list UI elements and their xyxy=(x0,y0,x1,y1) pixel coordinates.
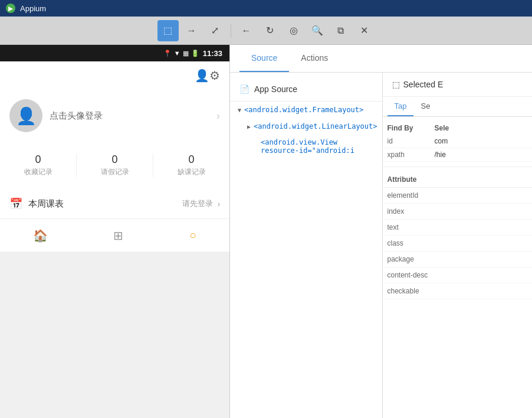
toolbar: ⬚ → ⤢ ← ↻ ◎ 🔍 ⧉ ✕ xyxy=(0,17,532,45)
attr-checkable-name: checkable xyxy=(387,287,446,295)
schedule-left: 📅 本周课表 xyxy=(9,197,64,210)
title-bar: ▶ Appium xyxy=(0,0,532,17)
right-section: Source Actions 📄 App Source ▼ <android.w… xyxy=(230,45,532,418)
attributes-section: Attribute elementId index text class xyxy=(383,167,532,304)
tree-item-view[interactable]: <android.view.View resource-id="android:… xyxy=(249,135,382,158)
attr-class: class xyxy=(383,236,532,252)
find-by-id-label: id xyxy=(387,137,435,145)
tab-actions[interactable]: Actions xyxy=(289,45,340,72)
attr-package: package xyxy=(383,252,532,267)
avatar[interactable]: 👤 xyxy=(9,99,42,132)
nav-profile[interactable]: ○ xyxy=(189,228,196,242)
profile-header-right: 👤⚙ xyxy=(195,68,220,83)
grid-icon: ⊞ xyxy=(113,228,123,243)
sele-col-header: Sele xyxy=(435,124,532,132)
favorites-count: 0 xyxy=(0,154,76,166)
select-mode-button[interactable]: ⬚ xyxy=(157,20,179,41)
absent-count: 0 xyxy=(153,154,229,166)
source-header-icon: 📄 xyxy=(239,84,249,94)
schedule-login-prompt: 请先登录 xyxy=(182,198,213,209)
status-icons: 📍 ▼ ▦ 🔋 xyxy=(163,50,199,57)
tree-toggle-view xyxy=(254,142,261,151)
leave-count: 0 xyxy=(77,154,153,166)
signal-icon: ▦ xyxy=(183,50,189,57)
wifi-icon: ▼ xyxy=(174,50,180,57)
find-by-header: Find By Sele xyxy=(383,122,532,135)
selected-header-title: Selected E xyxy=(403,80,444,89)
attr-index-name: index xyxy=(387,207,446,215)
schedule-arrow-icon: › xyxy=(218,200,220,208)
location-icon: 📍 xyxy=(163,50,172,57)
avatar-icon: 👤 xyxy=(16,106,37,126)
refresh-button[interactable]: ↻ xyxy=(260,20,281,41)
attr-checkable: checkable xyxy=(383,283,532,299)
resize-mode-button[interactable]: ⤢ xyxy=(205,20,226,41)
nav-home[interactable]: 🏠 xyxy=(33,228,48,243)
find-by-xpath-label: xpath xyxy=(387,151,435,159)
swipe-mode-button[interactable]: → xyxy=(181,20,202,41)
close-button[interactable]: ✕ xyxy=(354,20,375,41)
leave-label: 请假记录 xyxy=(77,167,153,177)
phone-screen: 📍 ▼ ▦ 🔋 11:33 👤⚙ 👤 点击头像登录 xyxy=(0,45,229,218)
attr-package-name: package xyxy=(387,255,446,263)
attr-class-name: class xyxy=(387,239,446,247)
tree-toggle-frame[interactable]: ▼ xyxy=(235,105,244,115)
attr-element-id: elementId xyxy=(383,188,532,204)
action-tab-tap[interactable]: Tap xyxy=(387,97,414,116)
absent-label: 缺课记录 xyxy=(153,167,229,177)
tree-item-linear-layout[interactable]: ▶ <android.widget.LinearLayout> xyxy=(239,118,382,135)
source-header: 📄 App Source xyxy=(230,80,382,102)
favorites-label: 收藏记录 xyxy=(0,167,76,177)
attr-header: Attribute xyxy=(383,172,532,188)
inspect-button[interactable]: ◎ xyxy=(283,20,304,41)
search-button[interactable]: 🔍 xyxy=(307,20,328,41)
selected-header-icon: ⬚ xyxy=(392,80,400,89)
app-title: Appium xyxy=(20,4,46,13)
stat-leave[interactable]: 0 请假记录 xyxy=(77,154,153,177)
attr-index: index xyxy=(383,204,532,220)
source-header-title: App Source xyxy=(254,84,297,94)
settings-icon[interactable]: 👤⚙ xyxy=(195,68,220,83)
back-button[interactable]: ← xyxy=(236,20,257,41)
stat-absent[interactable]: 0 缺课记录 xyxy=(153,154,229,177)
find-by-col-header: Find By xyxy=(387,124,435,132)
bottom-nav: 🏠 ⊞ ○ xyxy=(0,218,229,252)
schedule-right: 请先登录 › xyxy=(182,198,220,209)
main-layout: 📍 ▼ ▦ 🔋 11:33 👤⚙ 👤 点击头像登录 xyxy=(0,45,532,418)
status-time: 11:33 xyxy=(203,49,222,58)
linear-layout-text: <android.widget.LinearLayout> xyxy=(254,122,377,130)
schedule-row[interactable]: 📅 本周课表 请先登录 › xyxy=(0,189,229,218)
find-by-id-value: com xyxy=(435,137,532,145)
login-text: 点击头像登录 xyxy=(50,110,209,122)
separator-1 xyxy=(231,24,231,38)
frame-layout-text: <android.widget.FrameLayout> xyxy=(244,106,363,114)
attr-text: text xyxy=(383,220,532,236)
status-bar: 📍 ▼ ▦ 🔋 11:33 xyxy=(0,45,229,61)
attr-content-desc: content-desc xyxy=(383,267,532,283)
attr-content-desc-name: content-desc xyxy=(387,271,446,279)
tab-source[interactable]: Source xyxy=(239,45,289,72)
find-by-id-row[interactable]: id com xyxy=(383,135,532,148)
profile-header: 👤⚙ xyxy=(0,61,229,90)
stat-favorites[interactable]: 0 收藏记录 xyxy=(0,154,77,177)
view-text: <android.view.View resource-id="android:… xyxy=(261,138,377,155)
profile-main[interactable]: 👤 点击头像登录 › xyxy=(0,90,229,142)
attr-elementid-name: elementId xyxy=(387,191,446,200)
action-tab-se[interactable]: Se xyxy=(413,97,437,116)
nav-grid[interactable]: ⊞ xyxy=(113,228,123,243)
content-area: 📄 App Source ▼ <android.widget.FrameLayo… xyxy=(230,73,532,418)
stats-row: 0 收藏记录 0 请假记录 0 缺课记录 xyxy=(0,146,229,184)
selected-panel: ⬚ Selected E Tap Se Find By Sele id xyxy=(383,73,532,418)
attr-text-name: text xyxy=(387,223,446,231)
schedule-icon: 📅 xyxy=(9,197,22,210)
tree-toggle-linear[interactable]: ▶ xyxy=(244,122,254,131)
profile-nav-icon: ○ xyxy=(189,228,196,242)
profile-arrow-icon: › xyxy=(216,110,220,122)
clipboard-button[interactable]: ⧉ xyxy=(330,20,352,41)
find-by-xpath-row[interactable]: xpath /hie xyxy=(383,148,532,162)
home-icon: 🏠 xyxy=(33,228,48,243)
source-panel: 📄 App Source ▼ <android.widget.FrameLayo… xyxy=(230,73,383,418)
find-by-section: Find By Sele id com xpath /hie xyxy=(383,117,532,167)
tabs-bar: Source Actions xyxy=(230,45,532,73)
tree-item-frame-layout[interactable]: ▼ <android.widget.FrameLayout> xyxy=(230,102,382,118)
